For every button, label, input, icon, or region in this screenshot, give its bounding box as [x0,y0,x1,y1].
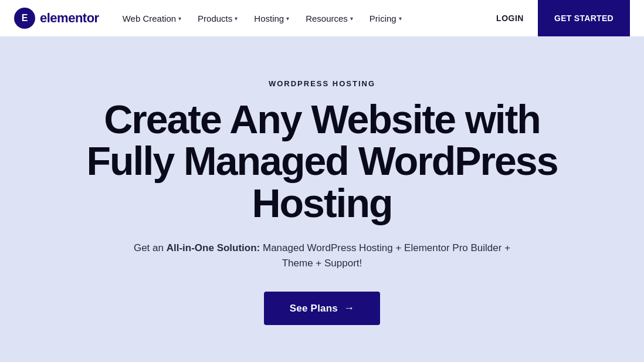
nav-item-products[interactable]: Products ▾ [191,9,245,28]
hero-eyebrow: WORDPRESS HOSTING [269,79,375,88]
logo-icon: E [14,8,35,29]
logo[interactable]: E elementor [14,8,99,29]
chevron-down-icon: ▾ [399,15,402,22]
chevron-down-icon: ▾ [350,15,353,22]
nav-item-web-creation[interactable]: Web Creation ▾ [116,9,188,28]
nav-item-resources[interactable]: Resources ▾ [299,9,360,28]
get-started-button[interactable]: GET STARTED [538,0,630,36]
hero-headline: Create Any Website with Fully Managed Wo… [82,99,562,224]
nav-links: Web Creation ▾ Products ▾ Hosting ▾ Reso… [116,9,489,28]
nav-right: LOGIN GET STARTED [489,0,630,36]
nav-item-hosting[interactable]: Hosting ▾ [247,9,296,28]
chevron-down-icon: ▾ [286,15,289,22]
arrow-right-icon: → [344,302,354,314]
chevron-down-icon: ▾ [235,15,238,22]
nav-item-pricing[interactable]: Pricing ▾ [362,9,409,28]
chevron-down-icon: ▾ [178,15,181,22]
login-button[interactable]: LOGIN [489,9,531,28]
see-plans-button[interactable]: See Plans → [264,292,380,325]
navbar: E elementor Web Creation ▾ Products ▾ Ho… [0,0,644,36]
logo-text: elementor [40,11,99,26]
hero-subtext: Get an All-in-One Solution: Managed Word… [123,241,521,270]
hero-section: WORDPRESS HOSTING Create Any Website wit… [0,36,644,362]
